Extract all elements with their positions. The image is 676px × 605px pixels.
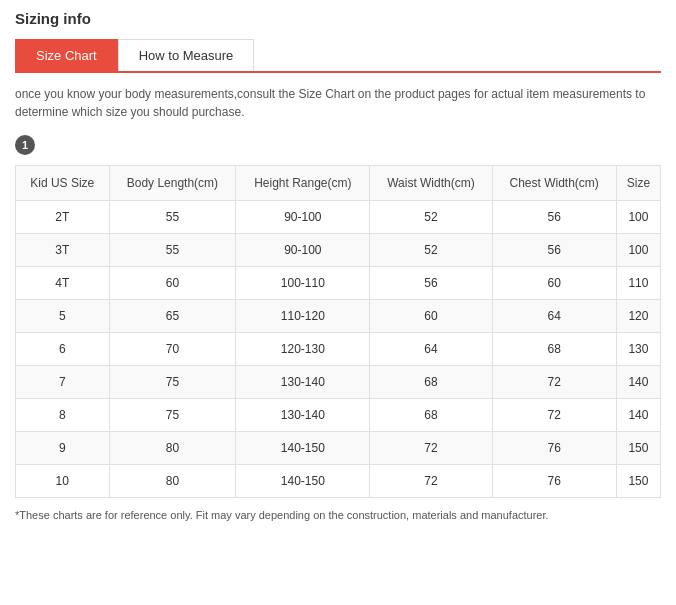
table-cell-r2-c0: 4T (16, 267, 110, 300)
table-cell-r5-c1: 75 (109, 366, 236, 399)
table-cell-r7-c4: 76 (492, 432, 616, 465)
step-indicator: 1 (15, 135, 35, 155)
table-cell-r1-c2: 90-100 (236, 234, 370, 267)
col-header-kid-us-size: Kid US Size (16, 166, 110, 201)
table-cell-r8-c1: 80 (109, 465, 236, 498)
tab-how-to-measure[interactable]: How to Measure (118, 39, 255, 71)
table-cell-r8-c3: 72 (370, 465, 492, 498)
table-row: 565110-1206064120 (16, 300, 661, 333)
table-row: 670120-1306468130 (16, 333, 661, 366)
table-cell-r0-c0: 2T (16, 201, 110, 234)
table-cell-r2-c1: 60 (109, 267, 236, 300)
page-title: Sizing info (15, 10, 661, 27)
table-cell-r0-c3: 52 (370, 201, 492, 234)
table-cell-r8-c5: 150 (616, 465, 660, 498)
table-cell-r3-c0: 5 (16, 300, 110, 333)
table-cell-r6-c4: 72 (492, 399, 616, 432)
col-header-size: Size (616, 166, 660, 201)
table-cell-r3-c4: 64 (492, 300, 616, 333)
table-cell-r7-c2: 140-150 (236, 432, 370, 465)
table-cell-r1-c3: 52 (370, 234, 492, 267)
table-cell-r8-c4: 76 (492, 465, 616, 498)
table-cell-r3-c1: 65 (109, 300, 236, 333)
table-row: 1080140-1507276150 (16, 465, 661, 498)
table-cell-r6-c5: 140 (616, 399, 660, 432)
table-cell-r4-c3: 64 (370, 333, 492, 366)
tabs-container: Size Chart How to Measure (15, 39, 661, 73)
table-cell-r1-c4: 56 (492, 234, 616, 267)
table-cell-r6-c3: 68 (370, 399, 492, 432)
table-cell-r8-c0: 10 (16, 465, 110, 498)
table-cell-r7-c0: 9 (16, 432, 110, 465)
table-cell-r2-c2: 100-110 (236, 267, 370, 300)
table-cell-r2-c5: 110 (616, 267, 660, 300)
table-cell-r5-c5: 140 (616, 366, 660, 399)
table-cell-r0-c5: 100 (616, 201, 660, 234)
table-cell-r6-c0: 8 (16, 399, 110, 432)
table-cell-r3-c2: 110-120 (236, 300, 370, 333)
description-text: once you know your body measurements,con… (15, 85, 661, 121)
table-cell-r2-c4: 60 (492, 267, 616, 300)
tab-size-chart[interactable]: Size Chart (15, 39, 118, 71)
table-cell-r5-c3: 68 (370, 366, 492, 399)
table-cell-r6-c1: 75 (109, 399, 236, 432)
table-row: 980140-1507276150 (16, 432, 661, 465)
table-cell-r0-c4: 56 (492, 201, 616, 234)
table-row: 2T5590-1005256100 (16, 201, 661, 234)
table-cell-r0-c1: 55 (109, 201, 236, 234)
table-row: 775130-1406872140 (16, 366, 661, 399)
table-row: 3T5590-1005256100 (16, 234, 661, 267)
table-cell-r3-c5: 120 (616, 300, 660, 333)
table-cell-r1-c1: 55 (109, 234, 236, 267)
size-table: Kid US Size Body Length(cm) Height Range… (15, 165, 661, 498)
table-cell-r4-c1: 70 (109, 333, 236, 366)
table-row: 875130-1406872140 (16, 399, 661, 432)
table-cell-r7-c5: 150 (616, 432, 660, 465)
table-header-row: Kid US Size Body Length(cm) Height Range… (16, 166, 661, 201)
table-cell-r4-c4: 68 (492, 333, 616, 366)
footnote-text: *These charts are for reference only. Fi… (15, 508, 661, 523)
table-cell-r4-c2: 120-130 (236, 333, 370, 366)
table-cell-r0-c2: 90-100 (236, 201, 370, 234)
table-cell-r1-c5: 100 (616, 234, 660, 267)
table-cell-r4-c0: 6 (16, 333, 110, 366)
table-cell-r1-c0: 3T (16, 234, 110, 267)
col-header-body-length: Body Length(cm) (109, 166, 236, 201)
table-cell-r5-c2: 130-140 (236, 366, 370, 399)
table-cell-r5-c0: 7 (16, 366, 110, 399)
table-cell-r4-c5: 130 (616, 333, 660, 366)
col-header-height-range: Height Range(cm) (236, 166, 370, 201)
col-header-chest-width: Chest Width(cm) (492, 166, 616, 201)
table-cell-r7-c1: 80 (109, 432, 236, 465)
table-cell-r8-c2: 140-150 (236, 465, 370, 498)
table-cell-r6-c2: 130-140 (236, 399, 370, 432)
table-row: 4T60100-1105660110 (16, 267, 661, 300)
table-cell-r3-c3: 60 (370, 300, 492, 333)
table-cell-r7-c3: 72 (370, 432, 492, 465)
col-header-waist-width: Waist Width(cm) (370, 166, 492, 201)
table-cell-r5-c4: 72 (492, 366, 616, 399)
table-cell-r2-c3: 56 (370, 267, 492, 300)
